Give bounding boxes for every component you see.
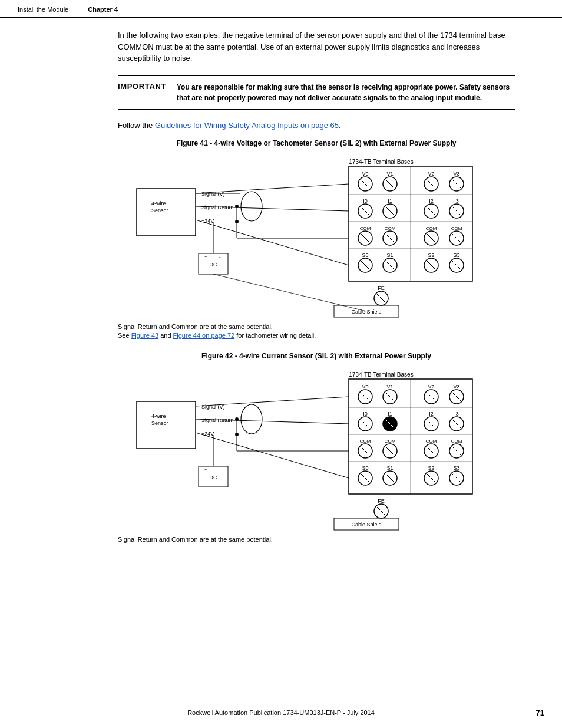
v0-slash — [361, 180, 369, 188]
com0-label: COM — [360, 226, 371, 231]
dc-label-42a: DC — [210, 475, 217, 480]
important-label: IMPORTANT — [118, 82, 177, 103]
wire-dot2-42 — [235, 433, 239, 436]
header-section: Install the Module — [18, 6, 68, 13]
i0-slash-42 — [361, 420, 369, 428]
guidelines-link[interactable]: Guidelines for Wiring Safety Analog Inpu… — [155, 121, 339, 130]
page-header: Install the Module Chapter 4 — [0, 0, 562, 18]
v2-slash-42 — [427, 393, 435, 401]
i3-slash — [452, 207, 461, 215]
follow-suffix: . — [339, 121, 341, 130]
figure44-link[interactable]: Figure 44 on page 72 — [173, 332, 235, 339]
dc-label-41: DC — [210, 262, 217, 268]
s2-slash — [427, 261, 435, 269]
sensor-oval-41 — [241, 192, 262, 221]
v1-slash-42 — [386, 393, 394, 401]
footer-text: Rockwell Automation Publication 1734-UM0… — [187, 709, 375, 716]
sensor-label-42a: 4-wire — [151, 413, 166, 419]
important-box: IMPORTANT You are responsible for making… — [118, 75, 515, 110]
s1-label-42: S1 — [386, 465, 393, 471]
figure41-svg: 1734-TB Terminal Bases V0 V1 V2 V3 — [134, 153, 499, 318]
s3-label-42: S3 — [453, 465, 459, 471]
com0-slash-42 — [361, 447, 369, 455]
cable-shield-label-42: Cable Shield — [351, 522, 381, 528]
plus24v-41: +24V — [201, 218, 214, 224]
s3-slash — [452, 261, 461, 269]
s1-label: S1 — [386, 252, 393, 258]
v0-label-42: V0 — [362, 384, 368, 390]
header-chapter-title: Install the Module Chapter 4 — [18, 6, 544, 13]
dc-minus-41: - — [219, 254, 221, 259]
follow-prefix: Follow the — [118, 121, 155, 130]
com1-label: COM — [385, 226, 396, 231]
intro-paragraph: In the following two examples, the negat… — [118, 29, 515, 64]
s0-label-42: S0 — [362, 465, 368, 471]
fe-slash-41 — [377, 294, 385, 302]
fe-slash-42 — [377, 507, 385, 515]
figure43-link[interactable]: Figure 43 — [131, 332, 158, 339]
dc-minus-42: - — [219, 467, 221, 472]
important-text: You are responsible for making sure that… — [177, 82, 515, 103]
s1-slash — [386, 261, 394, 269]
main-content: In the following two examples, the negat… — [0, 18, 562, 556]
i2-slash-42 — [427, 420, 435, 428]
v0-label: V0 — [362, 171, 368, 177]
v2-label-42: V2 — [428, 384, 434, 390]
figure42-caption: Figure 42 - 4-wire Current Sensor (SIL 2… — [118, 352, 515, 360]
sensor-label2-42: Sensor — [151, 420, 168, 426]
com2-slash-42 — [427, 447, 435, 455]
com1-slash — [386, 234, 394, 242]
s2-slash-42 — [427, 474, 435, 482]
i3-slash-42 — [452, 420, 461, 428]
i0-slash — [361, 207, 369, 215]
v3-slash — [452, 180, 461, 188]
s0-slash — [361, 261, 369, 269]
i1-label: I1 — [388, 198, 392, 204]
com1-slash-42 — [386, 447, 394, 455]
figure42-note1: Signal Return and Common are at the same… — [118, 536, 515, 543]
com3-slash-42 — [452, 447, 461, 455]
s3-slash-42 — [452, 474, 461, 482]
sensor-label2-41: Sensor — [151, 207, 168, 213]
s2-label: S2 — [428, 252, 434, 258]
wire-v-41 — [196, 184, 349, 193]
wire-dot2-41 — [235, 220, 239, 223]
fe-label-41: FE — [378, 285, 385, 291]
com3-slash — [452, 234, 461, 242]
s0-slash-42 — [361, 474, 369, 482]
v1-slash — [386, 180, 394, 188]
wire-24v-42 — [196, 433, 349, 478]
footer-page-number: 71 — [536, 709, 544, 717]
i0-label: I0 — [363, 198, 368, 204]
i2-label-42: I2 — [429, 411, 434, 417]
s3-label: S3 — [453, 252, 459, 258]
wire-24v-41 — [196, 220, 349, 265]
com2-slash — [427, 234, 435, 242]
i2-slash — [427, 207, 435, 215]
figure42-diagram: 1734-TB Terminal Bases V0 V1 V2 V3 I0 — [118, 366, 515, 531]
v3-label-42: V3 — [453, 384, 459, 390]
com0-label-42: COM — [360, 439, 371, 444]
com2-label: COM — [426, 226, 437, 231]
i1-slash — [386, 207, 394, 215]
page-footer: Rockwell Automation Publication 1734-UM0… — [0, 704, 562, 716]
i0-label-42: I0 — [363, 411, 368, 417]
v1-label: V1 — [386, 171, 393, 177]
i1-label-42: I1 — [388, 411, 392, 417]
com1-label-42: COM — [385, 439, 396, 444]
tb-label-42: 1734-TB Terminal Bases — [349, 371, 413, 378]
dc-plus-42: + — [204, 467, 207, 472]
figure42-svg: 1734-TB Terminal Bases V0 V1 V2 V3 I0 — [134, 366, 499, 531]
follow-line: Follow the Guidelines for Wiring Safety … — [118, 121, 515, 130]
header-chapter: Chapter 4 — [88, 6, 118, 13]
dc-plus-41: + — [204, 254, 207, 259]
i2-label: I2 — [429, 198, 434, 204]
com0-slash — [361, 234, 369, 242]
tb-label-41: 1734-TB Terminal Bases — [349, 159, 413, 165]
dc-down-cable-41 — [213, 274, 366, 311]
com3-label-42: COM — [451, 439, 462, 444]
figure41-note1: Signal Return and Common are at the same… — [118, 323, 515, 330]
v2-slash — [427, 180, 435, 188]
fe-label-42: FE — [378, 498, 385, 504]
com2-label-42: COM — [426, 439, 437, 444]
